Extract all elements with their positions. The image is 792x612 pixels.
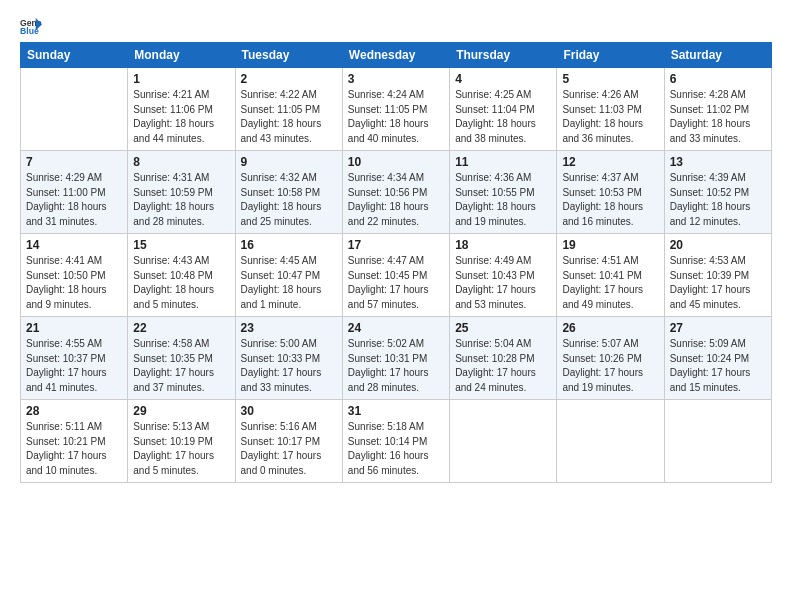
week-row-1: 7Sunrise: 4:29 AM Sunset: 11:00 PM Dayli… [21,151,772,234]
day-number: 12 [562,155,658,169]
day-number: 20 [670,238,766,252]
day-number: 4 [455,72,551,86]
day-info: Sunrise: 4:28 AM Sunset: 11:02 PM Daylig… [670,88,766,146]
day-number: 23 [241,321,337,335]
calendar-cell: 4Sunrise: 4:25 AM Sunset: 11:04 PM Dayli… [450,68,557,151]
day-info: Sunrise: 4:36 AM Sunset: 10:55 PM Daylig… [455,171,551,229]
day-number: 7 [26,155,122,169]
header: General Blue [20,16,772,34]
day-number: 28 [26,404,122,418]
day-info: Sunrise: 4:26 AM Sunset: 11:03 PM Daylig… [562,88,658,146]
day-info: Sunrise: 5:02 AM Sunset: 10:31 PM Daylig… [348,337,444,395]
day-info: Sunrise: 4:41 AM Sunset: 10:50 PM Daylig… [26,254,122,312]
day-number: 17 [348,238,444,252]
day-number: 22 [133,321,229,335]
day-info: Sunrise: 5:13 AM Sunset: 10:19 PM Daylig… [133,420,229,478]
calendar-cell: 21Sunrise: 4:55 AM Sunset: 10:37 PM Dayl… [21,317,128,400]
day-info: Sunrise: 4:51 AM Sunset: 10:41 PM Daylig… [562,254,658,312]
day-number: 31 [348,404,444,418]
calendar-cell: 17Sunrise: 4:47 AM Sunset: 10:45 PM Dayl… [342,234,449,317]
day-number: 9 [241,155,337,169]
header-row: SundayMondayTuesdayWednesdayThursdayFrid… [21,43,772,68]
day-info: Sunrise: 4:25 AM Sunset: 11:04 PM Daylig… [455,88,551,146]
day-number: 27 [670,321,766,335]
header-cell-saturday: Saturday [664,43,771,68]
day-info: Sunrise: 4:22 AM Sunset: 11:05 PM Daylig… [241,88,337,146]
day-number: 3 [348,72,444,86]
day-info: Sunrise: 4:55 AM Sunset: 10:37 PM Daylig… [26,337,122,395]
day-info: Sunrise: 4:58 AM Sunset: 10:35 PM Daylig… [133,337,229,395]
week-row-0: 1Sunrise: 4:21 AM Sunset: 11:06 PM Dayli… [21,68,772,151]
day-number: 13 [670,155,766,169]
calendar-cell: 22Sunrise: 4:58 AM Sunset: 10:35 PM Dayl… [128,317,235,400]
calendar-cell: 30Sunrise: 5:16 AM Sunset: 10:17 PM Dayl… [235,400,342,483]
calendar-cell [557,400,664,483]
header-cell-tuesday: Tuesday [235,43,342,68]
day-info: Sunrise: 4:43 AM Sunset: 10:48 PM Daylig… [133,254,229,312]
day-info: Sunrise: 4:29 AM Sunset: 11:00 PM Daylig… [26,171,122,229]
day-info: Sunrise: 5:07 AM Sunset: 10:26 PM Daylig… [562,337,658,395]
header-cell-sunday: Sunday [21,43,128,68]
calendar-cell: 6Sunrise: 4:28 AM Sunset: 11:02 PM Dayli… [664,68,771,151]
calendar-cell: 23Sunrise: 5:00 AM Sunset: 10:33 PM Dayl… [235,317,342,400]
day-number: 26 [562,321,658,335]
calendar-cell: 5Sunrise: 4:26 AM Sunset: 11:03 PM Dayli… [557,68,664,151]
day-info: Sunrise: 4:34 AM Sunset: 10:56 PM Daylig… [348,171,444,229]
header-cell-friday: Friday [557,43,664,68]
calendar-cell: 31Sunrise: 5:18 AM Sunset: 10:14 PM Dayl… [342,400,449,483]
week-row-2: 14Sunrise: 4:41 AM Sunset: 10:50 PM Dayl… [21,234,772,317]
header-cell-thursday: Thursday [450,43,557,68]
day-number: 1 [133,72,229,86]
calendar-cell: 3Sunrise: 4:24 AM Sunset: 11:05 PM Dayli… [342,68,449,151]
calendar-cell: 11Sunrise: 4:36 AM Sunset: 10:55 PM Dayl… [450,151,557,234]
day-number: 14 [26,238,122,252]
calendar-cell [664,400,771,483]
logo-icon: General Blue [20,16,42,34]
calendar-cell: 13Sunrise: 4:39 AM Sunset: 10:52 PM Dayl… [664,151,771,234]
day-info: Sunrise: 4:53 AM Sunset: 10:39 PM Daylig… [670,254,766,312]
day-info: Sunrise: 5:18 AM Sunset: 10:14 PM Daylig… [348,420,444,478]
calendar-cell: 9Sunrise: 4:32 AM Sunset: 10:58 PM Dayli… [235,151,342,234]
week-row-4: 28Sunrise: 5:11 AM Sunset: 10:21 PM Dayl… [21,400,772,483]
day-number: 8 [133,155,229,169]
day-number: 25 [455,321,551,335]
calendar-cell: 18Sunrise: 4:49 AM Sunset: 10:43 PM Dayl… [450,234,557,317]
calendar-cell: 28Sunrise: 5:11 AM Sunset: 10:21 PM Dayl… [21,400,128,483]
calendar-cell: 24Sunrise: 5:02 AM Sunset: 10:31 PM Dayl… [342,317,449,400]
calendar-cell: 20Sunrise: 4:53 AM Sunset: 10:39 PM Dayl… [664,234,771,317]
calendar-cell: 16Sunrise: 4:45 AM Sunset: 10:47 PM Dayl… [235,234,342,317]
day-number: 30 [241,404,337,418]
header-cell-monday: Monday [128,43,235,68]
header-cell-wednesday: Wednesday [342,43,449,68]
calendar-cell: 27Sunrise: 5:09 AM Sunset: 10:24 PM Dayl… [664,317,771,400]
calendar-cell: 7Sunrise: 4:29 AM Sunset: 11:00 PM Dayli… [21,151,128,234]
day-number: 18 [455,238,551,252]
calendar-cell: 10Sunrise: 4:34 AM Sunset: 10:56 PM Dayl… [342,151,449,234]
day-info: Sunrise: 5:04 AM Sunset: 10:28 PM Daylig… [455,337,551,395]
day-number: 21 [26,321,122,335]
page: General Blue SundayMondayTuesdayWednesda… [0,0,792,612]
day-info: Sunrise: 4:21 AM Sunset: 11:06 PM Daylig… [133,88,229,146]
day-info: Sunrise: 5:11 AM Sunset: 10:21 PM Daylig… [26,420,122,478]
day-number: 19 [562,238,658,252]
calendar-cell: 26Sunrise: 5:07 AM Sunset: 10:26 PM Dayl… [557,317,664,400]
day-number: 11 [455,155,551,169]
day-info: Sunrise: 4:49 AM Sunset: 10:43 PM Daylig… [455,254,551,312]
day-number: 16 [241,238,337,252]
calendar-cell: 29Sunrise: 5:13 AM Sunset: 10:19 PM Dayl… [128,400,235,483]
day-info: Sunrise: 4:37 AM Sunset: 10:53 PM Daylig… [562,171,658,229]
day-info: Sunrise: 5:09 AM Sunset: 10:24 PM Daylig… [670,337,766,395]
day-info: Sunrise: 4:32 AM Sunset: 10:58 PM Daylig… [241,171,337,229]
day-number: 29 [133,404,229,418]
calendar-cell: 12Sunrise: 4:37 AM Sunset: 10:53 PM Dayl… [557,151,664,234]
day-number: 2 [241,72,337,86]
day-info: Sunrise: 5:00 AM Sunset: 10:33 PM Daylig… [241,337,337,395]
calendar-cell: 1Sunrise: 4:21 AM Sunset: 11:06 PM Dayli… [128,68,235,151]
day-info: Sunrise: 4:24 AM Sunset: 11:05 PM Daylig… [348,88,444,146]
day-number: 10 [348,155,444,169]
calendar-cell: 19Sunrise: 4:51 AM Sunset: 10:41 PM Dayl… [557,234,664,317]
day-number: 5 [562,72,658,86]
logo: General Blue [20,16,44,34]
calendar-cell: 8Sunrise: 4:31 AM Sunset: 10:59 PM Dayli… [128,151,235,234]
day-info: Sunrise: 4:39 AM Sunset: 10:52 PM Daylig… [670,171,766,229]
